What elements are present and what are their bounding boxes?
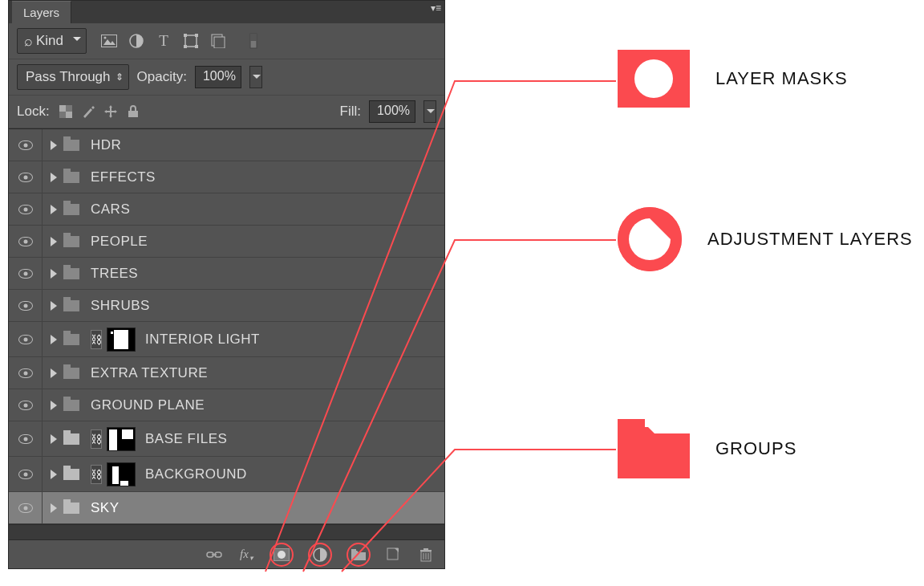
svg-rect-32 bbox=[618, 419, 645, 427]
callouts: LAYER MASKS ADJUSTMENT LAYERS GROUPS bbox=[449, 0, 922, 586]
layer-row[interactable]: ⛓BACKGROUND bbox=[9, 457, 444, 492]
layer-name[interactable]: BACKGROUND bbox=[145, 466, 247, 482]
expand-toggle[interactable] bbox=[51, 401, 57, 410]
layer-row[interactable]: EFFECTS bbox=[9, 161, 444, 193]
layer-row[interactable]: HDR bbox=[9, 129, 444, 161]
svg-rect-5 bbox=[184, 34, 187, 37]
lock-icons bbox=[58, 104, 141, 119]
lock-position-icon[interactable] bbox=[103, 104, 119, 119]
layer-row[interactable]: GROUND PLANE bbox=[9, 389, 444, 421]
layer-row[interactable]: EXTRA TEXTURE bbox=[9, 357, 444, 389]
layer-row[interactable]: CARS bbox=[9, 193, 444, 226]
expand-toggle[interactable] bbox=[51, 140, 57, 150]
expand-toggle[interactable] bbox=[51, 301, 57, 311]
layer-row[interactable]: PEOPLE bbox=[9, 226, 444, 258]
visibility-toggle[interactable] bbox=[9, 357, 43, 389]
panel-menu-icon[interactable]: ▾≡ bbox=[431, 2, 441, 14]
eye-icon bbox=[18, 269, 33, 279]
visibility-toggle[interactable] bbox=[9, 161, 43, 193]
layer-name[interactable]: SHRUBS bbox=[91, 298, 150, 314]
panel-tab-layers[interactable]: Layers bbox=[12, 1, 71, 23]
layer-name[interactable]: SKY bbox=[91, 500, 120, 516]
adjustment-filter-icon[interactable] bbox=[128, 34, 144, 48]
add-adjustment-icon[interactable] bbox=[308, 543, 332, 567]
svg-rect-12 bbox=[250, 34, 257, 41]
layer-name[interactable]: GROUND PLANE bbox=[91, 397, 205, 413]
callout-adjustment-layers: ADJUSTMENT LAYERS bbox=[618, 207, 913, 271]
visibility-toggle[interactable] bbox=[9, 389, 43, 421]
opacity-field[interactable]: 100% bbox=[195, 66, 241, 88]
expand-toggle[interactable] bbox=[51, 368, 57, 378]
expand-toggle[interactable] bbox=[51, 503, 57, 513]
opacity-dropdown[interactable] bbox=[249, 66, 262, 88]
visibility-toggle[interactable] bbox=[9, 290, 43, 321]
layer-name[interactable]: INTERIOR LIGHT bbox=[145, 332, 260, 348]
svg-rect-23 bbox=[387, 548, 398, 560]
new-group-icon[interactable] bbox=[346, 543, 371, 567]
delete-icon[interactable] bbox=[417, 546, 435, 564]
svg-point-21 bbox=[278, 551, 286, 559]
svg-rect-6 bbox=[195, 34, 198, 37]
link-layers-icon[interactable] bbox=[205, 546, 223, 564]
fill-dropdown[interactable] bbox=[424, 100, 436, 123]
svg-rect-15 bbox=[66, 112, 72, 118]
expand-toggle[interactable] bbox=[51, 269, 57, 279]
lock-all-icon[interactable] bbox=[125, 104, 141, 119]
eye-icon bbox=[18, 205, 33, 214]
shape-filter-icon[interactable] bbox=[183, 34, 199, 48]
image-filter-icon[interactable] bbox=[101, 34, 117, 48]
eye-icon bbox=[18, 368, 33, 378]
layer-name[interactable]: TREES bbox=[91, 266, 138, 282]
expand-toggle[interactable] bbox=[51, 205, 57, 214]
visibility-toggle[interactable] bbox=[9, 492, 43, 523]
add-mask-icon[interactable] bbox=[270, 543, 294, 567]
folder-icon bbox=[63, 368, 79, 379]
adjustment-layers-icon bbox=[618, 207, 682, 271]
type-filter-icon[interactable]: T bbox=[156, 34, 172, 48]
filter-kind-select[interactable]: Kind bbox=[17, 28, 87, 54]
svg-rect-28 bbox=[420, 550, 432, 551]
eye-icon bbox=[18, 237, 33, 246]
blend-mode-select[interactable]: Pass Through bbox=[17, 64, 129, 90]
visibility-toggle[interactable] bbox=[9, 457, 43, 491]
layer-row[interactable]: TREES bbox=[9, 258, 444, 290]
eye-icon bbox=[18, 335, 33, 344]
layer-row[interactable]: SHRUBS bbox=[9, 290, 444, 322]
lock-pixels-icon[interactable] bbox=[80, 104, 96, 119]
layer-name[interactable]: EFFECTS bbox=[91, 169, 156, 185]
expand-toggle[interactable] bbox=[51, 237, 57, 246]
expand-toggle[interactable] bbox=[51, 335, 57, 344]
filter-type-icons: T bbox=[101, 34, 261, 48]
mask-thumbnail[interactable] bbox=[107, 328, 136, 352]
eye-icon bbox=[18, 301, 33, 311]
panel-gap bbox=[9, 525, 444, 539]
visibility-toggle[interactable] bbox=[9, 193, 43, 225]
expand-toggle[interactable] bbox=[51, 434, 57, 444]
folder-icon bbox=[63, 433, 79, 445]
layer-row[interactable]: ⛓BASE FILES bbox=[9, 421, 444, 457]
mask-thumbnail[interactable] bbox=[107, 427, 136, 451]
mask-thumbnail[interactable] bbox=[107, 462, 136, 486]
visibility-toggle[interactable] bbox=[9, 226, 43, 257]
expand-toggle[interactable] bbox=[51, 470, 57, 479]
smart-filter-icon[interactable] bbox=[210, 34, 226, 48]
lock-transparent-icon[interactable] bbox=[58, 104, 74, 119]
expand-toggle[interactable] bbox=[51, 173, 57, 182]
layer-name[interactable]: CARS bbox=[91, 201, 130, 218]
fx-icon[interactable]: fx▾ bbox=[237, 546, 255, 564]
visibility-toggle[interactable] bbox=[9, 421, 43, 456]
layer-row[interactable]: ⛓INTERIOR LIGHT bbox=[9, 322, 444, 357]
new-layer-icon[interactable] bbox=[385, 546, 403, 564]
visibility-toggle[interactable] bbox=[9, 129, 43, 161]
folder-icon bbox=[63, 236, 79, 247]
layer-name[interactable]: PEOPLE bbox=[91, 234, 148, 250]
layer-row[interactable]: SKY bbox=[9, 492, 444, 524]
visibility-toggle[interactable] bbox=[9, 258, 43, 289]
fill-field[interactable]: 100% bbox=[369, 100, 415, 123]
link-icon: ⛓ bbox=[91, 330, 102, 349]
layer-name[interactable]: HDR bbox=[91, 137, 121, 153]
layer-name[interactable]: EXTRA TEXTURE bbox=[91, 365, 208, 381]
more-filter-icon[interactable] bbox=[245, 34, 261, 48]
layer-name[interactable]: BASE FILES bbox=[145, 431, 227, 447]
visibility-toggle[interactable] bbox=[9, 322, 43, 356]
